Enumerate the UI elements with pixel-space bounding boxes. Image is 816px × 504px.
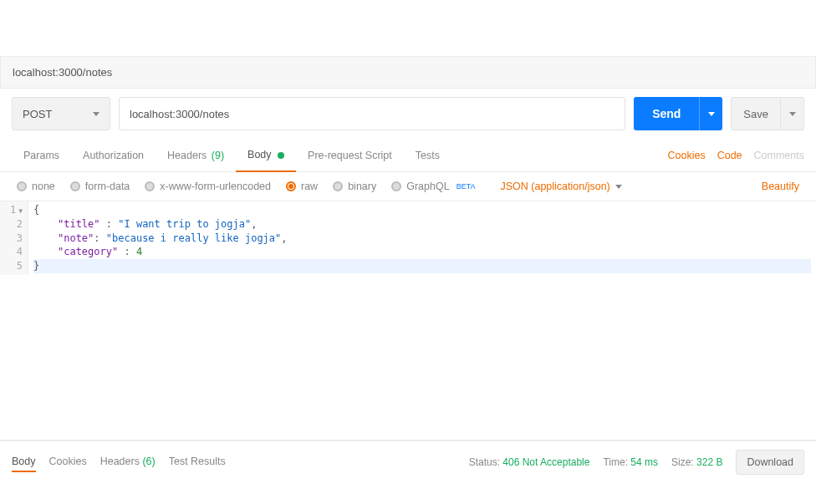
save-button[interactable]: Save (731, 97, 781, 130)
cookies-link[interactable]: Cookies (668, 150, 706, 161)
request-builder: POST Send Save (0, 89, 816, 139)
radio-icon (17, 181, 27, 191)
caret-down-icon (789, 112, 796, 116)
tab-authorization[interactable]: Authorization (71, 140, 156, 171)
radio-label: none (32, 181, 55, 192)
body-type-urlencoded[interactable]: x-www-form-urlencoded (145, 181, 271, 192)
time-field: Time: 54 ms (603, 456, 658, 468)
modified-dot-icon (278, 152, 284, 159)
response-tab-headers[interactable]: Headers (6) (100, 452, 156, 472)
status-field: Status: 406 Not Acceptable (469, 456, 590, 468)
body-type-form-data[interactable]: form-data (70, 181, 130, 192)
response-tab-test-results[interactable]: Test Results (169, 452, 226, 472)
body-type-none[interactable]: none (17, 181, 55, 192)
radio-label: x-www-form-urlencoded (160, 181, 271, 192)
save-dropdown-button[interactable] (781, 97, 804, 130)
body-type-raw[interactable]: raw (286, 181, 318, 192)
request-name: localhost:3000/notes (0, 56, 816, 89)
radio-icon (391, 181, 401, 191)
tab-headers-label: Headers (167, 150, 207, 161)
body-type-graphql[interactable]: GraphQLBETA (391, 181, 475, 192)
content-type-select[interactable]: JSON (application/json) (500, 181, 621, 192)
radio-label: raw (301, 181, 318, 192)
body-type-selector: none form-data x-www-form-urlencoded raw… (0, 172, 816, 201)
size-field: Size: 322 B (671, 456, 722, 468)
radio-label: GraphQL (406, 181, 449, 192)
radio-icon (70, 181, 80, 191)
download-button[interactable]: Download (736, 450, 804, 475)
response-headers-count: (6) (142, 456, 155, 467)
beautify-link[interactable]: Beautify (762, 181, 799, 192)
code-link[interactable]: Code (717, 150, 742, 161)
method-label: POST (23, 108, 52, 120)
headers-count: (9) (212, 150, 224, 161)
radio-icon (333, 181, 343, 191)
content-type-label: JSON (application/json) (500, 181, 609, 192)
radio-selected-icon (286, 181, 296, 191)
response-headers-label: Headers (100, 456, 140, 467)
line-gutter: 1▼ 2 3 4 5 (0, 201, 28, 275)
send-dropdown-button[interactable] (699, 97, 722, 130)
tab-headers[interactable]: Headers (9) (156, 140, 236, 171)
beta-badge: BETA (456, 182, 476, 191)
status-value: 406 Not Acceptable (502, 456, 589, 468)
http-method-select[interactable]: POST (12, 97, 110, 130)
caret-down-icon (93, 112, 99, 116)
response-bar: Body Cookies Headers (6) Test Results St… (0, 440, 816, 483)
tab-body-label: Body (247, 149, 272, 160)
tab-pre-request-script[interactable]: Pre-request Script (296, 140, 404, 171)
radio-icon (145, 181, 155, 191)
tab-params[interactable]: Params (12, 140, 71, 171)
caret-down-icon (615, 185, 622, 189)
tab-tests[interactable]: Tests (404, 140, 451, 171)
response-tab-body[interactable]: Body (12, 452, 36, 472)
time-value: 54 ms (630, 456, 658, 468)
send-button[interactable]: Send (634, 97, 699, 130)
body-type-binary[interactable]: binary (333, 181, 376, 192)
response-tab-cookies[interactable]: Cookies (49, 452, 87, 472)
size-value: 322 B (696, 456, 722, 468)
request-tabs: Params Authorization Headers (9) Body Pr… (0, 139, 816, 172)
tab-body[interactable]: Body (236, 139, 296, 172)
radio-label: form-data (85, 181, 130, 192)
code-editor[interactable]: 1▼ 2 3 4 5 { "title" : "I want trip to j… (0, 201, 816, 275)
caret-down-icon (708, 112, 715, 116)
comments-link[interactable]: Comments (754, 150, 804, 161)
code-area[interactable]: { "title" : "I want trip to jogja", "not… (28, 201, 816, 275)
radio-label: binary (348, 181, 376, 192)
url-input[interactable] (119, 97, 625, 130)
